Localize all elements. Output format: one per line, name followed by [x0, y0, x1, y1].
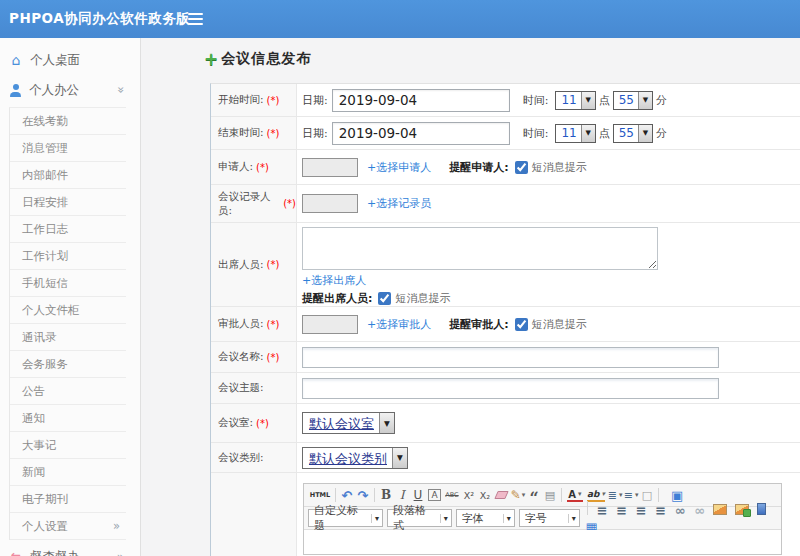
- insert-media-icon[interactable]: [757, 503, 766, 515]
- sidebar-subitem[interactable]: 在线考勤: [10, 108, 126, 135]
- attendee-textarea[interactable]: [302, 227, 658, 270]
- font-border-icon[interactable]: A: [428, 489, 441, 501]
- pick-attendee-link[interactable]: +选择出席人: [302, 273, 366, 288]
- editor-toolbar-row2: 自定义标题▾ 段落格式▾ 字体▾ 字号▾ ≡ ≡ ≡: [304, 507, 781, 530]
- sidebar-subitem[interactable]: 大事记: [10, 432, 126, 459]
- upload-image-icon[interactable]: [735, 504, 749, 515]
- font-size-select[interactable]: 字号▾: [519, 509, 580, 527]
- start-minute-select[interactable]: 55▼: [613, 91, 653, 110]
- row-attendees: 出席人员:(*) +选择出席人 提醒出席人员: 短消息提示: [211, 223, 800, 307]
- sidebar-subitem[interactable]: 日程安排: [10, 189, 126, 216]
- recorder-label: 会议记录人员:: [218, 190, 280, 218]
- app-title: PHPOA协同办公软件政务版: [9, 10, 190, 28]
- sidebar-subitem-label: 手机短信: [22, 276, 68, 290]
- sidebar-item-label: 督查督办: [30, 549, 80, 556]
- sidebar-subitem[interactable]: 会务服务: [10, 351, 126, 378]
- approver-label: 审批人员:: [218, 317, 264, 331]
- end-date-input[interactable]: [332, 122, 510, 145]
- underline-icon[interactable]: U: [410, 487, 426, 504]
- applicant-sms-checkbox[interactable]: [515, 161, 528, 174]
- sidebar-subitem[interactable]: 工作日志: [10, 216, 126, 243]
- blockquote-icon[interactable]: “: [526, 487, 542, 504]
- sidebar-subitem[interactable]: 通知: [10, 405, 126, 432]
- italic-icon[interactable]: I: [394, 487, 410, 504]
- sidebar-subitem[interactable]: 通讯录: [10, 324, 126, 351]
- menu-toggle-icon[interactable]: [188, 13, 203, 25]
- separator[interactable]: [561, 488, 562, 502]
- dropdown-arrow-icon: ▾: [568, 514, 576, 523]
- hour-unit: 点: [599, 93, 610, 108]
- minute-unit: 分: [656, 93, 667, 108]
- meeting-room-select[interactable]: 默认会议室▼: [302, 412, 395, 434]
- pick-approver-link[interactable]: +选择审批人: [367, 317, 431, 332]
- heading-style-select[interactable]: 自定义标题▾: [308, 509, 383, 527]
- sidebar-subitem-label: 个人设置: [22, 519, 68, 533]
- insert-image-icon[interactable]: [713, 504, 727, 515]
- sidebar-item-desktop[interactable]: ⌂ 个人桌面: [0, 45, 140, 75]
- end-minute-select[interactable]: 55▼: [613, 124, 653, 143]
- sidebar-item-office[interactable]: 个人办公 »: [0, 75, 140, 105]
- format-brush-icon[interactable]: ✎: [510, 487, 526, 504]
- required-mark: (*): [267, 319, 280, 330]
- sidebar-subitem[interactable]: 工作计划: [10, 243, 126, 270]
- applicant-input[interactable]: [302, 158, 358, 177]
- sidebar-subitem[interactable]: 消息管理: [10, 135, 126, 162]
- superscript-icon[interactable]: X²: [461, 487, 477, 504]
- meeting-category-label: 会议类别:: [218, 451, 264, 465]
- paragraph-format-select[interactable]: 段落格式▾: [387, 509, 452, 527]
- dropdown-arrow-icon: ▼: [581, 125, 595, 142]
- sidebar-subitem[interactable]: 手机短信: [10, 270, 126, 297]
- unlink-icon[interactable]: ∞: [692, 502, 708, 519]
- applicant-label: 申请人:: [218, 160, 253, 174]
- undo-icon[interactable]: ↶: [339, 487, 355, 504]
- row-meeting-room: 会议室:(*) 默认会议室▼: [211, 404, 800, 443]
- sidebar-item-label: 个人办公: [29, 82, 79, 99]
- pick-recorder-link[interactable]: +选择记录员: [367, 196, 431, 211]
- required-mark: (*): [267, 352, 280, 363]
- approver-sms-checkbox[interactable]: [515, 318, 528, 331]
- start-hour-select[interactable]: 11▼: [555, 91, 595, 110]
- sidebar-subitem[interactable]: 公告: [10, 378, 126, 405]
- sidebar-subitem[interactable]: 新闻: [10, 459, 126, 486]
- sms-label: 短消息提示: [395, 291, 450, 306]
- separator[interactable]: [335, 488, 336, 502]
- separator[interactable]: [374, 488, 375, 502]
- sidebar-item-supervision[interactable]: ⇆ 督查督办 »: [0, 542, 140, 556]
- bold-icon[interactable]: B: [378, 487, 394, 504]
- approver-input[interactable]: [302, 315, 358, 334]
- redo-icon[interactable]: ↷: [355, 487, 371, 504]
- separator[interactable]: [587, 501, 588, 515]
- font-family-select[interactable]: 字体▾: [456, 509, 515, 527]
- meeting-category-select[interactable]: 默认会议类别▼: [302, 447, 408, 469]
- align-justify-icon[interactable]: ≡: [653, 502, 669, 519]
- paste-icon[interactable]: ▤: [542, 487, 558, 504]
- meeting-subject-input[interactable]: [302, 378, 719, 399]
- attendee-sms-checkbox[interactable]: [378, 292, 391, 305]
- sidebar-subitem-label: 通讯录: [22, 330, 57, 344]
- editor-content-area[interactable]: [304, 530, 781, 554]
- rich-text-editor: HTML ↶ ↷ B I U: [303, 483, 782, 555]
- pick-applicant-link[interactable]: +选择申请人: [367, 160, 431, 175]
- sidebar-subitem[interactable]: 电子期刊: [10, 486, 126, 513]
- meeting-name-input[interactable]: [302, 347, 719, 368]
- subscript-icon[interactable]: X₂: [477, 487, 493, 504]
- sidebar-subitem-settings[interactable]: 个人设置 »: [10, 513, 126, 540]
- align-left-icon[interactable]: ≡: [594, 502, 610, 519]
- sidebar-subitem[interactable]: 个人文件柜: [10, 297, 126, 324]
- sidebar-subitem[interactable]: 内部邮件: [10, 162, 126, 189]
- align-right-icon[interactable]: ≡: [633, 502, 649, 519]
- strikethrough-icon[interactable]: ABC: [443, 487, 461, 504]
- start-date-input[interactable]: [332, 89, 510, 112]
- recorder-input[interactable]: [302, 194, 358, 213]
- date-label: 日期:: [302, 93, 328, 108]
- align-center-icon[interactable]: ≡: [614, 502, 630, 519]
- eraser-icon[interactable]: [494, 491, 509, 499]
- remind-applicant-label: 提醒申请人:: [449, 160, 508, 175]
- meeting-name-label: 会议名称:: [218, 350, 264, 364]
- end-hour-select[interactable]: 11▼: [555, 124, 595, 143]
- remind-attendee-label: 提醒出席人员:: [302, 291, 372, 306]
- html-source-icon[interactable]: HTML: [308, 487, 332, 504]
- link-icon[interactable]: ∞: [672, 502, 688, 519]
- supervision-icon: ⇆: [9, 550, 23, 556]
- font-color-icon[interactable]: A: [567, 489, 583, 502]
